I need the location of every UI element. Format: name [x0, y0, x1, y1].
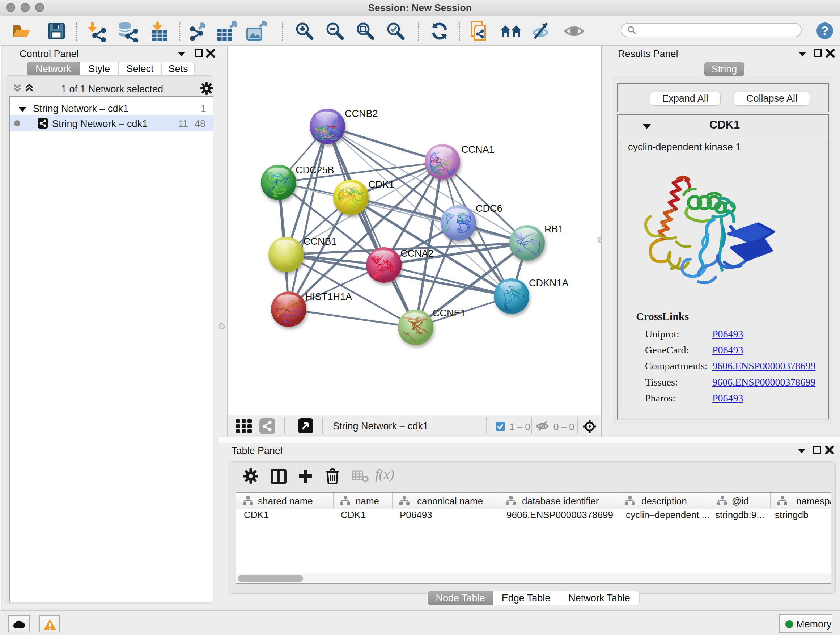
svg-text:CCNA1: CCNA1 [461, 144, 494, 155]
svg-text:CCNE1: CCNE1 [433, 308, 466, 318]
svg-text:CDC6: CDC6 [476, 203, 502, 214]
svg-text:HIST1H1A: HIST1H1A [305, 291, 352, 302]
svg-text:CDK1: CDK1 [368, 179, 394, 190]
svg-text:CDC25B: CDC25B [295, 165, 334, 176]
svg-text:CCNB2: CCNB2 [345, 108, 378, 119]
svg-text:?: ? [821, 24, 829, 37]
svg-text:CCNA2: CCNA2 [401, 248, 434, 259]
svg-text:RB1: RB1 [545, 224, 564, 234]
svg-text:CDKN1A: CDKN1A [529, 278, 569, 288]
svg-text:CCNB1: CCNB1 [303, 236, 337, 247]
